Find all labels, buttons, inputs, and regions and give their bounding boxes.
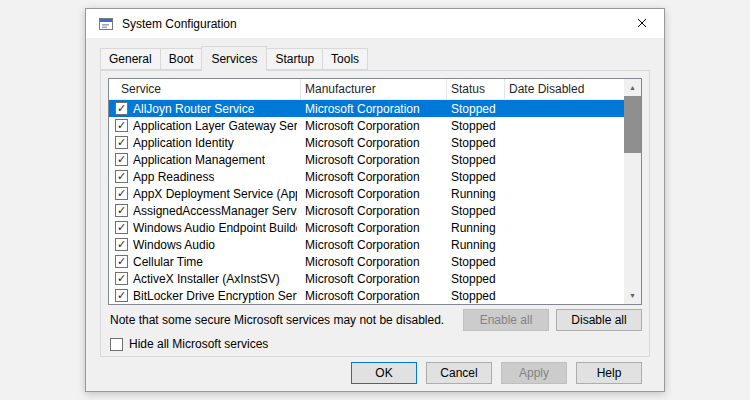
service-cell: ✓BitLocker Drive Encryption Service [109, 287, 301, 304]
table-row[interactable]: ✓Cellular TimeMicrosoft CorporationStopp… [109, 253, 624, 270]
enable-all-button[interactable]: Enable all [463, 309, 549, 331]
service-name: App Readiness [133, 170, 214, 184]
status-cell: Stopped [447, 168, 505, 185]
manufacturer-cell: Microsoft Corporation [301, 202, 447, 219]
date-disabled-cell [505, 185, 624, 202]
service-cell: ✓Windows Audio [109, 236, 301, 253]
checkbox-checked-icon[interactable]: ✓ [115, 187, 128, 200]
date-disabled-cell [505, 168, 624, 185]
table-row[interactable]: ✓Application Layer Gateway ServiceMicros… [109, 117, 624, 134]
ok-button[interactable]: OK [351, 362, 417, 384]
scrollbar-track[interactable] [624, 96, 641, 287]
hide-all-microsoft-services-row[interactable]: Hide all Microsoft services [108, 337, 642, 351]
service-name: Windows Audio Endpoint Builder [133, 221, 297, 235]
status-cell: Stopped [447, 134, 505, 151]
service-name: Application Layer Gateway Service [133, 119, 297, 133]
checkbox-checked-icon[interactable]: ✓ [115, 170, 128, 183]
service-name: Windows Audio [133, 238, 215, 252]
date-disabled-cell [505, 151, 624, 168]
hide-checkbox-label: Hide all Microsoft services [129, 337, 268, 351]
date-disabled-cell [505, 100, 624, 117]
date-disabled-cell [505, 253, 624, 270]
service-cell: ✓App Readiness [109, 168, 301, 185]
column-header-manufacturer[interactable]: Manufacturer [301, 79, 447, 99]
date-disabled-cell [505, 134, 624, 151]
table-row[interactable]: ✓AllJoyn Router ServiceMicrosoft Corpora… [109, 100, 624, 117]
checkbox-checked-icon[interactable]: ✓ [115, 221, 128, 234]
status-cell: Stopped [447, 270, 505, 287]
list-header: Service Manufacturer Status Date Disable… [109, 79, 624, 100]
manufacturer-cell: Microsoft Corporation [301, 134, 447, 151]
status-cell: Stopped [447, 253, 505, 270]
tab-general[interactable]: General [100, 48, 161, 70]
table-row[interactable]: ✓Application IdentityMicrosoft Corporati… [109, 134, 624, 151]
checkbox-checked-icon[interactable]: ✓ [115, 102, 128, 115]
status-cell: Stopped [447, 287, 505, 304]
disable-all-button[interactable]: Disable all [556, 309, 642, 331]
service-name: BitLocker Drive Encryption Service [133, 289, 297, 303]
column-header-date-disabled[interactable]: Date Disabled [505, 79, 624, 99]
table-row[interactable]: ✓Windows AudioMicrosoft CorporationRunni… [109, 236, 624, 253]
help-button[interactable]: Help [576, 362, 642, 384]
checkbox-checked-icon[interactable]: ✓ [115, 119, 128, 132]
list-action-buttons: Enable all Disable all [463, 309, 642, 331]
dialog-footer: OK Cancel Apply Help [100, 362, 642, 384]
service-cell: ✓Cellular Time [109, 253, 301, 270]
date-disabled-cell [505, 236, 624, 253]
manufacturer-cell: Microsoft Corporation [301, 236, 447, 253]
table-row[interactable]: ✓AppX Deployment Service (AppX...Microso… [109, 185, 624, 202]
service-cell: ✓Windows Audio Endpoint Builder [109, 219, 301, 236]
service-name: Application Identity [133, 136, 234, 150]
manufacturer-cell: Microsoft Corporation [301, 168, 447, 185]
status-cell: Running [447, 185, 505, 202]
checkbox-checked-icon[interactable]: ✓ [115, 238, 128, 251]
table-row[interactable]: ✓AssignedAccessManager ServiceMicrosoft … [109, 202, 624, 219]
close-button[interactable] [619, 9, 664, 38]
tab-tools[interactable]: Tools [322, 48, 368, 70]
checkbox-unchecked-icon[interactable] [110, 338, 123, 351]
scroll-up-icon[interactable]: ▲ [624, 79, 641, 96]
services-list-main: Service Manufacturer Status Date Disable… [109, 79, 624, 304]
service-name: AssignedAccessManager Service [133, 204, 297, 218]
manufacturer-cell: Microsoft Corporation [301, 270, 447, 287]
checkbox-checked-icon[interactable]: ✓ [115, 289, 128, 302]
service-name: AllJoyn Router Service [133, 102, 254, 116]
apply-button[interactable]: Apply [501, 362, 567, 384]
status-cell: Running [447, 236, 505, 253]
service-list-body: ✓AllJoyn Router ServiceMicrosoft Corpora… [109, 100, 624, 304]
note-text: Note that some secure Microsoft services… [108, 313, 444, 327]
date-disabled-cell [505, 287, 624, 304]
tab-bar: General Boot Services Startup Tools [100, 46, 650, 70]
table-row[interactable]: ✓BitLocker Drive Encryption ServiceMicro… [109, 287, 624, 304]
service-name: ActiveX Installer (AxInstSV) [133, 272, 280, 286]
tab-startup[interactable]: Startup [266, 48, 323, 70]
table-row[interactable]: ✓Windows Audio Endpoint BuilderMicrosoft… [109, 219, 624, 236]
table-row[interactable]: ✓Application ManagementMicrosoft Corpora… [109, 151, 624, 168]
checkbox-checked-icon[interactable]: ✓ [115, 272, 128, 285]
service-cell: ✓AssignedAccessManager Service [109, 202, 301, 219]
vertical-scrollbar[interactable]: ▲ ▼ [624, 79, 641, 304]
checkbox-checked-icon[interactable]: ✓ [115, 204, 128, 217]
cancel-button[interactable]: Cancel [426, 362, 492, 384]
service-cell: ✓Application Identity [109, 134, 301, 151]
service-name: Cellular Time [133, 255, 203, 269]
service-cell: ✓AllJoyn Router Service [109, 100, 301, 117]
manufacturer-cell: Microsoft Corporation [301, 151, 447, 168]
msconfig-app-icon [98, 16, 114, 32]
tab-services[interactable]: Services [201, 46, 267, 71]
scrollbar-thumb[interactable] [624, 96, 641, 153]
checkbox-checked-icon[interactable]: ✓ [115, 153, 128, 166]
table-row[interactable]: ✓App ReadinessMicrosoft CorporationStopp… [109, 168, 624, 185]
table-row[interactable]: ✓ActiveX Installer (AxInstSV)Microsoft C… [109, 270, 624, 287]
tab-boot[interactable]: Boot [160, 48, 203, 70]
column-header-service[interactable]: Service [109, 79, 301, 99]
checkbox-checked-icon[interactable]: ✓ [115, 255, 128, 268]
column-header-status[interactable]: Status [447, 79, 505, 99]
service-name: AppX Deployment Service (AppX... [133, 187, 297, 201]
titlebar[interactable]: System Configuration [86, 9, 664, 38]
scroll-down-icon[interactable]: ▼ [624, 287, 641, 304]
date-disabled-cell [505, 270, 624, 287]
manufacturer-cell: Microsoft Corporation [301, 253, 447, 270]
checkbox-checked-icon[interactable]: ✓ [115, 136, 128, 149]
manufacturer-cell: Microsoft Corporation [301, 100, 447, 117]
